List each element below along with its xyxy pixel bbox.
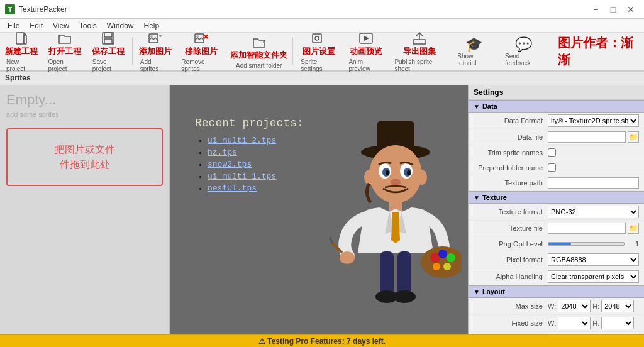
texture-file-input[interactable] [548,223,626,234]
new-project-button[interactable]: 新建工程 New project [1,35,42,68]
layout-section-header[interactable]: ▼ Layout [469,285,644,298]
prepend-folder-name-checkbox[interactable] [548,163,556,172]
texture-format-control: PNG-32 [548,206,639,218]
recent-project-link-5[interactable]: nestUI.tps [208,184,257,193]
remove-sprites-button[interactable]: 移除图片 Remove sprites [176,35,226,68]
svg-rect-6 [104,33,112,37]
anim-preview-icon [357,31,375,46]
data-format-select[interactable]: ity® - Texture2D sprite she [548,114,639,127]
png-opt-level-row: Png Opt Level 1 [469,236,644,251]
add-hint: add some sprites [6,111,163,118]
fixed-size-w-select[interactable] [558,317,591,329]
save-project-icon [99,31,117,46]
alpha-handling-label: Alpha Handling [474,273,543,280]
separator-2 [292,38,293,65]
svg-marker-21 [364,36,369,41]
texture-format-select[interactable]: PNG-32 [548,206,639,218]
send-feedback-button[interactable]: 💬 Send feedback [499,34,549,69]
recent-project-link-2[interactable]: hz.tps [208,148,237,157]
size-constraints-row: Size constraints POT (Power of 2) [469,332,644,334]
svg-point-43 [447,253,455,262]
minimize-button[interactable]: − [587,3,604,16]
recent-project-link-3[interactable]: snow2.tps [208,160,252,169]
feedback-icon: 💬 [515,36,532,53]
texture-section-header[interactable]: ▼ Texture [469,191,644,204]
svg-text:T: T [8,6,12,13]
png-opt-level-control: 1 [548,240,639,248]
max-size-w-select[interactable]: 2048 [558,300,591,312]
save-project-zh-label: 保存工程 [92,46,125,57]
save-project-en-label: Save project [92,58,125,72]
open-project-button[interactable]: 打开工程 Open project [43,35,86,68]
max-size-label: Max size [474,302,543,310]
sprite-settings-en-label: Sprite settings [301,58,337,72]
drop-zone[interactable]: 把图片或文件件拖到此处 [6,128,163,186]
svg-point-45 [433,263,440,270]
tutorial-icon: 🎓 [465,36,482,53]
texture-file-folder-button[interactable]: 📁 [628,223,639,234]
menu-file[interactable]: File [3,20,25,31]
svg-point-32 [407,170,411,175]
menu-tools[interactable]: Tools [74,20,102,31]
recent-projects-list: ui_multi_2.tps hz.tps snow2.tps ui_multi… [195,136,304,193]
recent-projects: Recent projects: ui_multi_2.tps hz.tps s… [195,117,304,196]
fixed-size-control: W: H: [548,317,639,329]
data-file-input[interactable] [548,131,626,143]
texture-section-arrow: ▼ [474,194,480,201]
anim-preview-button[interactable]: 动画预览 Anim preview [343,35,388,68]
sprite-settings-button[interactable]: 图片设置 Sprite settings [296,35,342,68]
data-format-label: Data Format [474,117,543,124]
menu-help[interactable]: Help [139,20,165,31]
texture-file-row: Texture file 📁 [469,221,644,236]
pixel-format-select[interactable]: RGBA8888 [548,253,639,266]
add-sprites-button[interactable]: 添加图片 Add sprites [135,35,175,68]
sprite-settings-icon [310,31,328,46]
toolbar-right: 🎓 Show tutorial 💬 Send feedback 图片作者：渐渐 [451,35,643,68]
list-item: ui_multi_1.tps [208,172,304,181]
size-constraints-select[interactable]: POT (Power of 2) [548,334,639,334]
data-file-folder-button[interactable]: 📁 [628,131,639,143]
svg-rect-47 [397,251,411,295]
data-section-header[interactable]: ▼ Data [469,100,644,113]
texture-path-control [548,177,639,189]
pixel-format-label: Pixel format [474,256,543,263]
close-button[interactable]: ✕ [623,3,639,16]
max-size-h-label: H: [592,302,599,310]
alpha-handling-control: Clear transparent pixels [548,270,639,283]
menu-window[interactable]: Window [102,20,139,31]
title-bar: T TexturePacker − □ ✕ [0,0,644,19]
add-smart-folder-icon [250,35,268,50]
show-tutorial-button[interactable]: 🎓 Show tutorial [451,34,496,69]
trim-sprite-names-checkbox[interactable] [548,148,556,157]
texture-path-input[interactable] [548,177,639,189]
recent-project-link-4[interactable]: ui_multi_1.tps [208,172,276,181]
menu-view[interactable]: View [48,20,74,31]
settings-panel: Settings ▼ Data Data Format ity® - Textu… [468,85,644,334]
separator-1 [132,38,133,65]
max-size-w-label: W: [548,302,556,310]
canvas-panel: Recent projects: ui_multi_2.tps hz.tps s… [170,85,468,334]
menu-edit[interactable]: Edit [25,20,48,31]
anim-preview-zh-label: 动画预览 [350,46,382,57]
trim-sprite-names-row: Trim sprite names [469,145,644,160]
max-size-h-select[interactable]: 2048 [601,300,634,312]
maximize-button[interactable]: □ [605,3,621,16]
recent-project-link-1[interactable]: ui_multi_2.tps [208,136,276,145]
add-sprites-en-label: Add sprites [140,58,170,72]
max-size-control: W: 2048 H: 2048 [548,300,639,312]
svg-point-44 [443,263,451,270]
fixed-size-h-select[interactable] [601,317,634,329]
window-controls[interactable]: − □ ✕ [587,3,639,16]
publish-button[interactable]: 导出图集 Publish sprite sheet [389,35,450,68]
svg-rect-46 [380,251,394,295]
add-smart-folder-button[interactable]: 添加智能文件夹 Add smart folder [228,35,290,68]
svg-point-26 [369,145,422,203]
publish-en-label: Publish sprite sheet [394,58,445,72]
add-smart-folder-zh-label: 添加智能文件夹 [230,50,287,61]
alpha-handling-select[interactable]: Clear transparent pixels [548,270,639,283]
save-project-button[interactable]: 保存工程 Save project [87,35,130,68]
texture-file-label: Texture file [474,224,543,232]
sprite-settings-zh-label: 图片设置 [303,46,335,57]
add-smart-folder-en-label: Add smart folder [236,62,282,69]
pixel-format-row: Pixel format RGBA8888 [469,251,644,268]
